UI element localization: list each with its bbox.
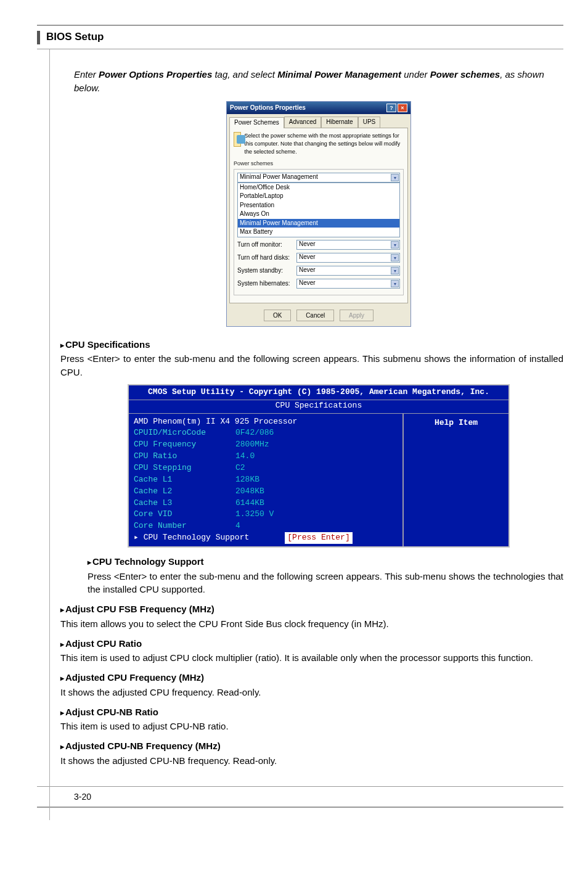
section-desc: It shows the adjusted CPU-NB frequency. … <box>60 754 563 768</box>
dialog-title: Power Options Properties <box>230 104 385 113</box>
bios-val: 2800MHz <box>235 439 269 451</box>
chevron-down-icon: ▾ <box>391 280 399 287</box>
ok-button[interactable]: OK <box>264 310 291 321</box>
section-heading: Adjusted CPU Frequency (MHz) <box>60 671 563 684</box>
bios-val: 128KB <box>235 474 259 486</box>
scheme-dropdown[interactable]: Minimal Power Management ▾ <box>237 173 400 183</box>
bios-key: Cache L3 <box>134 498 235 509</box>
left-rule <box>49 49 50 820</box>
bios-key: Core Number <box>134 520 235 532</box>
setting-row: Turn off monitor: Never▾ <box>237 240 400 251</box>
cancel-button[interactable]: Cancel <box>296 310 334 321</box>
section-desc: This item allows you to select the CPU F… <box>60 617 563 631</box>
close-button[interactable]: × <box>398 104 407 112</box>
bios-subtitle: CPU Specifications <box>129 400 508 413</box>
setting-row: System standby: Never▾ <box>237 266 400 277</box>
bios-key: CPU Stepping <box>134 462 235 474</box>
scheme-option[interactable]: Presentation <box>238 201 399 210</box>
dialog-buttons: OK Cancel Apply <box>227 306 410 326</box>
intro-b3: Power schemes <box>430 69 500 80</box>
setting-row: Turn off hard disks: Never▾ <box>237 253 400 264</box>
page-footer: 3-20 <box>37 786 563 808</box>
bios-key: CPU Ratio <box>134 451 235 462</box>
bios-val: 2048KB <box>235 486 264 498</box>
intro-pre: Enter <box>74 69 99 80</box>
tab-hibernate[interactable]: Hibernate <box>321 117 357 128</box>
help-button[interactable]: ? <box>386 104 396 112</box>
section-desc: This item is used to adjust CPU-NB ratio… <box>60 720 563 733</box>
tab-advanced[interactable]: Advanced <box>284 117 321 128</box>
intro-post: under <box>401 69 430 80</box>
section-heading: Adjust CPU-NB Ratio <box>60 705 563 719</box>
tab-power-schemes[interactable]: Power Schemes <box>229 117 284 128</box>
dialog-hint: Select the power scheme with the most ap… <box>234 132 404 156</box>
cpu-spec-desc: Press <Enter> to enter the sub-menu and … <box>60 352 563 379</box>
bios-key: CPUID/MicroCode <box>134 427 235 439</box>
cpu-spec-heading: CPU Specifications <box>60 338 563 351</box>
bios-left-pane: AMD Phenom(tm) II X4 925 Processor CPUID… <box>129 414 404 546</box>
scheme-option[interactable]: Home/Office Desk <box>238 183 399 192</box>
section-desc: This item is used to adjust CPU clock mu… <box>60 651 563 665</box>
section-heading: Adjust CPU Ratio <box>60 637 563 651</box>
chevron-down-icon: ▾ <box>391 174 399 181</box>
scheme-option[interactable]: Portable/Laptop <box>238 192 399 201</box>
bios-val: 6144KB <box>235 498 264 509</box>
scheme-option[interactable]: Always On <box>238 210 399 219</box>
setting-value: Never <box>299 279 316 288</box>
scheme-option-selected[interactable]: Minimal Power Management <box>238 219 399 228</box>
section-heading: CPU Technology Support <box>88 555 563 569</box>
bios-key: Core VID <box>134 509 235 520</box>
intro-mid: tag, and select <box>212 69 277 80</box>
tab-ups[interactable]: UPS <box>358 117 381 128</box>
setting-label: Turn off monitor: <box>237 240 293 250</box>
bios-submenu-link[interactable]: CPU Technology Support <box>134 532 249 544</box>
dialog-body: Select the power scheme with the most ap… <box>229 128 408 303</box>
dialog-titlebar: Power Options Properties ? × <box>227 102 410 115</box>
intro-b2: Minimal Power Management <box>277 69 401 80</box>
setting-label: Turn off hard disks: <box>237 253 293 263</box>
chevron-down-icon: ▾ <box>391 254 399 261</box>
apply-button[interactable]: Apply <box>340 310 374 321</box>
section-desc: Press <Enter> to enter the sub-menu and … <box>88 570 563 597</box>
bios-screen: CMOS Setup Utility - Copyright (C) 1985-… <box>128 384 510 548</box>
bios-key: Cache L1 <box>134 474 235 486</box>
bios-key: Cache L2 <box>134 486 235 498</box>
intro-text: Enter Power Options Properties tag, and … <box>74 68 563 95</box>
setting-label: System hibernates: <box>237 279 293 289</box>
setting-value: Never <box>299 266 316 275</box>
bios-val: 1.3250 V <box>235 509 274 520</box>
intro-b1: Power Options Properties <box>99 69 212 80</box>
hibernate-dropdown[interactable]: Never▾ <box>296 279 400 289</box>
page-number: 3-20 <box>74 792 91 802</box>
bios-help-header: Help Item <box>409 416 504 433</box>
standby-dropdown[interactable]: Never▾ <box>296 266 400 276</box>
bios-val: 14.0 <box>235 451 255 462</box>
bios-right-pane: Help Item <box>404 414 508 546</box>
scheme-option[interactable]: Max Battery <box>238 228 399 237</box>
scheme-selected: Minimal Power Management <box>240 173 318 182</box>
bios-val: 4 <box>235 520 240 532</box>
section-heading: Adjusted CPU-NB Frequency (MHz) <box>60 739 563 753</box>
page-header: BIOS Setup <box>37 25 563 49</box>
scheme-list: Home/Office Desk Portable/Laptop Present… <box>237 183 400 237</box>
setting-label: System standby: <box>237 266 293 276</box>
dialog-tabs: Power Schemes Advanced Hibernate UPS <box>227 114 410 128</box>
power-icon <box>234 132 241 147</box>
scheme-group-label: Power schemes <box>234 160 404 168</box>
bios-key: CPU Frequency <box>134 439 235 451</box>
setting-value: Never <box>299 253 316 262</box>
bios-cpu-name: AMD Phenom(tm) II X4 925 Processor <box>134 416 297 428</box>
setting-value: Never <box>299 240 316 249</box>
chevron-down-icon: ▾ <box>391 267 399 274</box>
chevron-down-icon: ▾ <box>391 241 399 248</box>
monitor-dropdown[interactable]: Never▾ <box>296 240 400 250</box>
power-options-dialog: Power Options Properties ? × Power Schem… <box>226 101 411 327</box>
header-title: BIOS Setup <box>46 30 104 45</box>
bios-val: C2 <box>235 462 245 474</box>
harddisk-dropdown[interactable]: Never▾ <box>296 253 400 263</box>
setting-row: System hibernates: Never▾ <box>237 279 400 290</box>
section-heading: Adjust CPU FSB Frequency (MHz) <box>60 602 563 616</box>
bios-title: CMOS Setup Utility - Copyright (C) 1985-… <box>129 385 508 400</box>
scheme-fieldset: Minimal Power Management ▾ Home/Office D… <box>234 169 404 295</box>
press-enter-badge: [Press Enter] <box>285 532 352 544</box>
